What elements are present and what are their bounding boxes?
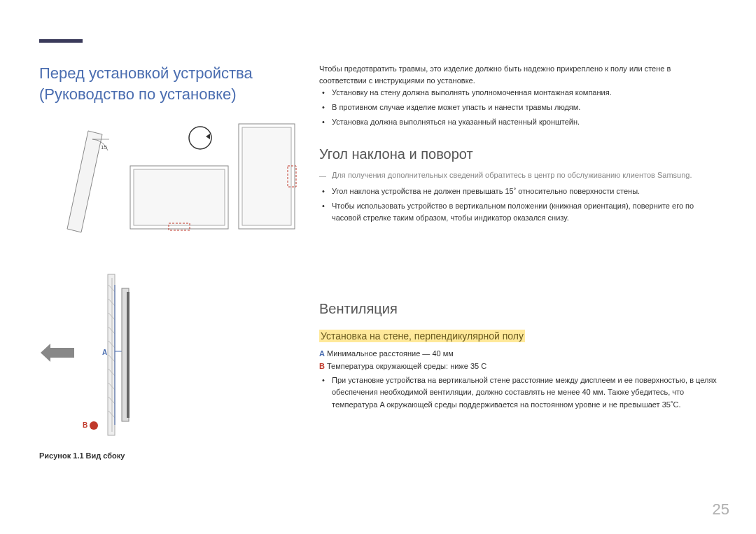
left-column: Перед установкой устройства (Руководство… (39, 63, 298, 513)
ventilation-line-b: B Температура окружающей среды: ниже 35 … (319, 362, 717, 370)
figure-side-view-ventilation: A B Рисунок 1.1 Вид сбоку (39, 271, 249, 446)
svg-point-27 (90, 421, 98, 430)
intro-paragraph: Чтобы предотвратить травмы, это изделие … (319, 63, 717, 87)
marker-B: B (83, 421, 88, 429)
figure-caption: Рисунок 1.1 Вид сбоку (39, 451, 249, 460)
svg-rect-7 (242, 127, 291, 225)
tilt-bullet-list: Угол наклона устройства не должен превыш… (319, 185, 717, 224)
list-item: Установку на стену должна выполнять упол… (332, 87, 717, 99)
ventilation-subheading: Установка на стене, перпендикулярной пол… (319, 330, 525, 342)
list-item: Установка должна выполняться на указанны… (332, 116, 717, 128)
page-number: 25 (713, 500, 729, 519)
page-title: Перед установкой устройства (Руководство… (39, 63, 298, 104)
intro-bullet-list: Установку на стену должна выполнять упол… (319, 87, 717, 128)
right-column: Чтобы предотвратить травмы, это изделие … (319, 63, 717, 513)
ventilation-line-a: A Минимальное расстояние — 40 мм (319, 349, 717, 358)
tilt-angle-label: 15 (101, 144, 107, 150)
arrow-icon (41, 344, 74, 362)
section-heading-ventilation: Вентиляция (319, 301, 717, 317)
tilt-note: Для получения дополнительных сведений об… (332, 169, 717, 181)
label-B: B (319, 362, 325, 370)
ventilation-bullet-list: При установке устройства на вертикальной… (319, 374, 717, 410)
label-A: A (319, 349, 325, 358)
list-item: В противном случае изделие может упасть … (332, 101, 717, 113)
list-item: При установке устройства на вертикальной… (332, 374, 717, 410)
page-content: Перед установкой устройства (Руководство… (39, 63, 717, 513)
svg-rect-26 (127, 292, 130, 418)
list-item: Чтобы использовать устройство в вертикал… (332, 200, 717, 224)
svg-marker-0 (67, 131, 102, 232)
note-dash-icon: ― (319, 172, 326, 180)
list-item: Угол наклона устройства не должен превыш… (332, 185, 717, 197)
section-heading-tilt: Угол наклона и поворот (319, 146, 717, 162)
svg-rect-3 (134, 169, 225, 225)
svg-marker-10 (41, 344, 50, 362)
header-accent-bar (39, 39, 83, 43)
figure-tilt-rotation: 15 (39, 117, 298, 243)
marker-A: A (102, 349, 107, 356)
